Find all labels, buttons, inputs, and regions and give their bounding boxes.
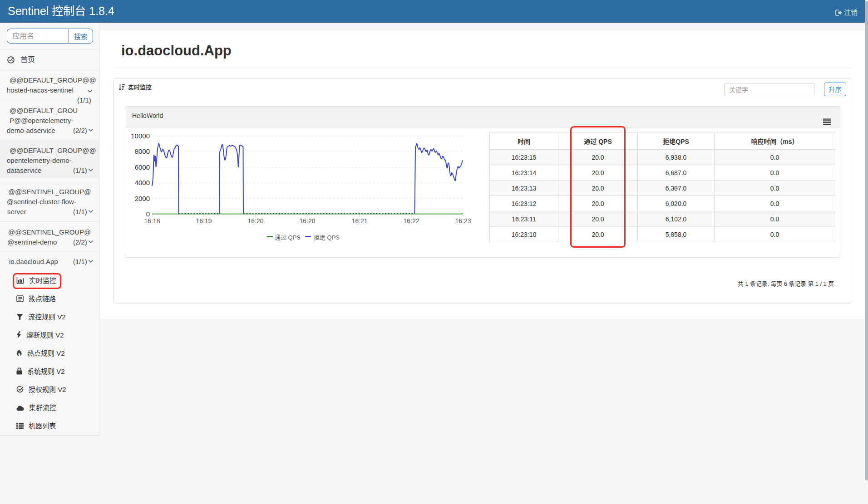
svg-text:通过 QPS: 通过 QPS <box>275 234 301 241</box>
svg-text:2000: 2000 <box>135 195 150 202</box>
svg-text:16:20: 16:20 <box>299 217 315 225</box>
svg-text:8000: 8000 <box>135 147 150 155</box>
svg-text:16:21: 16:21 <box>351 217 367 225</box>
svg-text:4000: 4000 <box>135 179 150 186</box>
svg-text:10000: 10000 <box>131 132 150 140</box>
svg-text:拒绝 QPS: 拒绝 QPS <box>314 234 340 241</box>
svg-text:0: 0 <box>146 210 150 218</box>
svg-text:16:18: 16:18 <box>144 217 160 225</box>
svg-text:16:19: 16:19 <box>196 217 212 225</box>
svg-text:6000: 6000 <box>135 163 150 171</box>
svg-text:16:22: 16:22 <box>403 217 419 225</box>
svg-text:16:20: 16:20 <box>247 217 263 225</box>
svg-text:16:23: 16:23 <box>455 217 471 225</box>
